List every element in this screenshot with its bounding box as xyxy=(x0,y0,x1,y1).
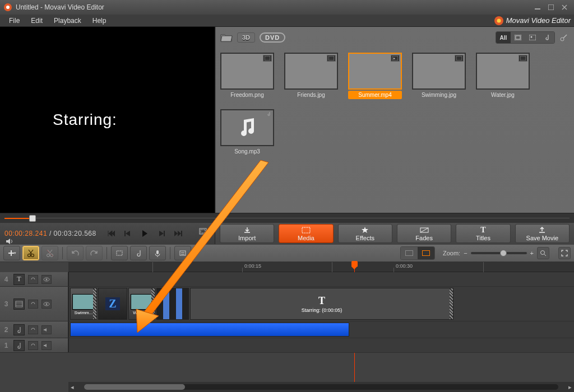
tab-media[interactable]: Media xyxy=(279,224,333,243)
audio-edit-button[interactable] xyxy=(130,246,147,260)
track4-link-toggle[interactable] xyxy=(28,275,38,284)
timeline-view-b[interactable] xyxy=(418,247,434,259)
thumb-freedom[interactable]: Freedom.png xyxy=(220,53,274,99)
timeline-ruler[interactable]: 0:00:15 0:00:30 xyxy=(68,262,574,272)
svg-rect-20 xyxy=(124,231,126,236)
svg-rect-24 xyxy=(201,230,205,233)
add-track-button[interactable]: ▾ xyxy=(3,246,20,260)
controls-row: 00:00:28.241 / 00:03:20.568 Import Media… xyxy=(0,223,574,244)
preview-scrubber[interactable] xyxy=(0,213,574,223)
tab-import[interactable]: Import xyxy=(220,224,274,243)
track3-visible-toggle[interactable] xyxy=(41,300,52,309)
zoom-fit-button[interactable] xyxy=(537,247,549,259)
maximize-button[interactable] xyxy=(545,3,557,12)
preview-pane: Starring: xyxy=(0,27,215,213)
svg-line-44 xyxy=(544,254,546,256)
next-clip-button[interactable] xyxy=(173,228,184,239)
track2-mute-toggle[interactable] xyxy=(41,325,52,334)
view-audio-button[interactable] xyxy=(540,32,554,43)
open-folder-button[interactable] xyxy=(220,32,233,43)
svg-point-43 xyxy=(541,251,545,255)
track4-visible-toggle[interactable] xyxy=(41,275,52,284)
svg-point-30 xyxy=(31,254,34,257)
track1-link-toggle[interactable] xyxy=(28,341,38,350)
track-2: 2 xyxy=(0,321,574,338)
step-back-button[interactable] xyxy=(122,228,133,239)
audio-track-icon-2 xyxy=(13,340,25,351)
record-button[interactable] xyxy=(149,246,166,260)
track2-link-toggle[interactable] xyxy=(28,325,38,334)
redo-button[interactable] xyxy=(86,246,103,260)
settings-icon[interactable] xyxy=(558,32,570,43)
thumb-friends[interactable]: Friends.jpg xyxy=(284,53,338,99)
clip-water[interactable]: Water.j... xyxy=(128,288,155,320)
svg-rect-21 xyxy=(164,231,165,236)
menu-help[interactable]: Help xyxy=(87,15,112,26)
media-thumbnails: Freedom.png Friends.jpg ▸ Summer.mp4 Swi… xyxy=(220,48,570,156)
expand-button[interactable] xyxy=(558,247,571,259)
close-button[interactable] xyxy=(558,3,571,12)
svg-rect-15 xyxy=(328,56,334,60)
svg-rect-40 xyxy=(180,251,186,255)
svg-rect-10 xyxy=(529,35,536,40)
scroll-thumb[interactable] xyxy=(84,384,185,390)
fades-icon xyxy=(420,226,429,234)
tab-save-movie[interactable]: Save Movie xyxy=(515,224,570,243)
svg-rect-2 xyxy=(535,8,540,10)
view-all-button[interactable]: All xyxy=(496,32,511,43)
minimize-button[interactable] xyxy=(531,3,544,12)
scroll-right[interactable]: ▸ xyxy=(566,384,574,391)
play-button[interactable] xyxy=(139,228,150,239)
clip-transition-z[interactable]: Z xyxy=(98,288,127,320)
audio-track-icon xyxy=(13,324,25,335)
svg-point-7 xyxy=(497,18,501,22)
menu-file[interactable]: File xyxy=(3,15,25,26)
clip-swimming[interactable]: Swimm... xyxy=(70,288,97,320)
timeline-scrollbar[interactable]: ◂ ▸ xyxy=(68,382,574,392)
tab-titles[interactable]: T Titles xyxy=(456,224,510,243)
scroll-left[interactable]: ◂ xyxy=(68,384,76,391)
view-image-button[interactable] xyxy=(525,32,540,43)
volume-button[interactable] xyxy=(4,236,16,247)
svg-text:▸: ▸ xyxy=(394,57,395,60)
scrubber-handle[interactable] xyxy=(29,215,36,222)
tab-effects[interactable]: Effects xyxy=(338,224,392,243)
zoom-knob[interactable] xyxy=(500,250,507,256)
view-video-button[interactable] xyxy=(511,32,525,43)
split-remove-button[interactable] xyxy=(41,246,58,260)
tracks: 4 T 3 Swimm... Z Water.j... xyxy=(0,272,574,382)
prev-clip-button[interactable] xyxy=(105,228,117,239)
brand-logo-icon xyxy=(494,16,504,26)
fullscreen-button[interactable] xyxy=(199,228,210,239)
thumb-water[interactable]: Water.jpg xyxy=(476,53,530,99)
svg-rect-39 xyxy=(156,250,159,254)
thumb-swimming[interactable]: Swimming.jpg xyxy=(412,53,466,99)
undo-button[interactable] xyxy=(67,246,84,260)
clip-audio-song[interactable] xyxy=(70,323,349,337)
transport-controls: 00:00:28.241 / 00:03:20.568 xyxy=(0,223,215,244)
zoom-in-button[interactable]: + xyxy=(530,250,534,256)
step-fwd-button[interactable] xyxy=(156,228,167,239)
clip-title-starring[interactable]: T Starring: (0:00:05) xyxy=(190,288,453,320)
clip-transition-wipe[interactable] xyxy=(156,288,189,320)
properties-button[interactable] xyxy=(174,246,191,260)
menu-edit[interactable]: Edit xyxy=(25,15,48,26)
zoom-out-button[interactable]: − xyxy=(464,250,467,256)
track-1: 1 xyxy=(0,338,574,353)
window-title: Untitled - Movavi Video Editor xyxy=(16,3,530,11)
thumb-song[interactable]: Song.mp3 xyxy=(220,109,274,156)
dvd-button[interactable]: DVD xyxy=(260,32,285,43)
split-button[interactable] xyxy=(22,246,39,260)
track3-link-toggle[interactable] xyxy=(28,300,38,309)
zoom-slider[interactable] xyxy=(471,252,527,254)
main-tabs: Import Media Effects Fades T Titles Save… xyxy=(215,223,574,244)
track1-mute-toggle[interactable] xyxy=(41,341,52,350)
menu-playback[interactable]: Playback xyxy=(48,15,87,26)
crop-button[interactable] xyxy=(111,246,128,260)
3d-button[interactable]: 3D xyxy=(237,32,255,43)
preview-canvas: Starring: xyxy=(0,27,215,213)
thumb-summer[interactable]: ▸ Summer.mp4 xyxy=(348,53,402,99)
timeline-view-a[interactable] xyxy=(401,247,418,259)
tab-fades[interactable]: Fades xyxy=(397,224,451,243)
media-panel: 3D DVD All Freedom.png Friends.jpg xyxy=(215,27,574,213)
